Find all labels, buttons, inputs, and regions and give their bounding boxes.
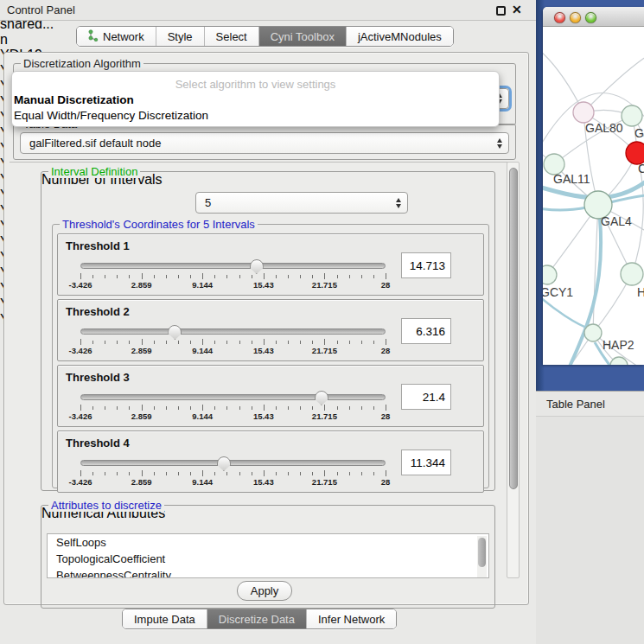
network-node[interactable] xyxy=(622,105,642,126)
node-label: GAL4 xyxy=(601,214,632,228)
tab-style[interactable]: Style xyxy=(156,27,204,46)
threshold-slider[interactable] xyxy=(80,394,386,401)
algorithm-option-manual[interactable]: Manual Discretization xyxy=(14,93,134,106)
table-data-combobox[interactable]: galFiltered.sif default node xyxy=(20,132,509,154)
network-window-titlebar xyxy=(543,7,644,27)
settings-scrollbar-thumb[interactable] xyxy=(509,168,518,489)
tick-label: 9.144 xyxy=(192,346,213,355)
attribute-item[interactable]: SelfLoops xyxy=(48,534,488,551)
tab-label: Discretize Data xyxy=(219,613,295,626)
thresholds-group: Threshold's Coordinates for 5 Intervals … xyxy=(52,224,489,488)
window-zoom-button[interactable] xyxy=(585,12,596,23)
slider-ticks xyxy=(80,470,386,476)
tick-label: 15.43 xyxy=(253,411,274,421)
tab-select[interactable]: Select xyxy=(205,27,258,46)
slider-tick-labels: -3.4262.8599.14415.4321.71528 xyxy=(80,477,386,488)
network-node[interactable] xyxy=(573,102,594,123)
network-graph: GAL80GCGAL11GAL4GCY1HHAP2 xyxy=(543,27,644,365)
tick-label: -3.426 xyxy=(69,280,92,290)
node-label: HAP2 xyxy=(603,338,634,352)
network-node[interactable] xyxy=(621,263,643,285)
tab-infer-network[interactable]: Infer Network xyxy=(307,609,396,628)
slider-thumb-icon[interactable] xyxy=(168,325,182,340)
tick-label: 21.715 xyxy=(312,477,337,487)
table-panel-title: Table Panel xyxy=(546,398,605,411)
slider-track[interactable] xyxy=(80,394,386,400)
slider-ticks xyxy=(80,339,386,345)
thresholds-list: Threshold 1 -3.4262.8599.14415.4321.7152… xyxy=(57,233,484,496)
network-canvas[interactable]: GAL80GCGAL11GAL4GCY1HHAP2 xyxy=(543,27,644,365)
tick-label: 28 xyxy=(381,411,391,421)
list-scrollbar-thumb[interactable] xyxy=(478,538,486,567)
attribute-item[interactable]: BetweennessCentrality xyxy=(48,567,488,578)
slider-track[interactable] xyxy=(80,263,386,269)
settings-scrollbar[interactable] xyxy=(507,162,520,578)
slider-tick-labels: -3.4262.8599.14415.4321.71528 xyxy=(80,346,386,356)
tick-label: 21.715 xyxy=(312,411,337,421)
list-scrollbar[interactable] xyxy=(477,536,487,577)
tab-label: Select xyxy=(216,30,247,43)
attribute-item[interactable]: TopologicalCoefficient xyxy=(48,551,488,567)
tick-label: 9.144 xyxy=(192,280,213,290)
threshold-slider[interactable] xyxy=(80,263,386,270)
tab-discretize-data[interactable]: Discretize Data xyxy=(207,609,306,628)
threshold-value-field[interactable]: 11.344 xyxy=(401,450,451,475)
threshold-value-field[interactable]: 14.713 xyxy=(401,252,451,278)
algorithm-option-equal-width[interactable]: Equal Width/Frequency Discretization xyxy=(14,109,208,122)
slider-ticks xyxy=(80,273,386,279)
tick-label: -3.426 xyxy=(69,411,92,421)
numerical-attributes-list[interactable]: SelfLoopsTopologicalCoefficientBetweenne… xyxy=(47,533,489,578)
bottom-tab-bar: Impute DataDiscretize DataInfer Network xyxy=(122,609,397,629)
tick-label: 21.715 xyxy=(312,346,337,355)
tab-label: Style xyxy=(168,30,193,43)
node-label: GAL80 xyxy=(585,121,623,135)
float-window-icon[interactable] xyxy=(496,6,506,16)
tab-label: Network xyxy=(103,30,144,43)
slider-thumb-icon[interactable] xyxy=(217,456,231,471)
tab-network[interactable]: Network xyxy=(77,27,156,46)
threshold-panel: Threshold 1 -3.4262.8599.14415.4321.7152… xyxy=(57,233,484,296)
close-icon[interactable]: ✕ xyxy=(512,3,522,16)
slider-thumb-icon[interactable] xyxy=(315,391,328,405)
window-minimize-button[interactable] xyxy=(570,12,581,23)
node-label: GAL11 xyxy=(553,172,590,186)
num-intervals-combobox[interactable]: 5 xyxy=(195,192,408,214)
window-close-button[interactable] xyxy=(554,12,565,23)
tab-label: Infer Network xyxy=(318,613,385,626)
tick-label: 28 xyxy=(381,346,391,355)
threshold-value-field[interactable]: 6.316 xyxy=(401,318,451,344)
threshold-label: Threshold 1 xyxy=(66,239,130,252)
tick-label: 15.43 xyxy=(253,346,274,355)
network-edge[interactable] xyxy=(593,205,598,333)
network-edge[interactable] xyxy=(583,51,644,112)
tab-cyni-toolbox[interactable]: Cyni Toolbox xyxy=(259,27,346,46)
network-edge[interactable] xyxy=(543,46,583,112)
network-node[interactable] xyxy=(584,324,602,341)
slider-track[interactable] xyxy=(80,328,386,335)
threshold-label: Threshold 2 xyxy=(66,305,130,318)
chevron-updown-icon xyxy=(396,198,401,208)
tick-label: 21.715 xyxy=(312,280,337,290)
tab-impute-data[interactable]: Impute Data xyxy=(123,609,207,628)
tick-label: 9.144 xyxy=(192,477,213,487)
node-label: GCY1 xyxy=(543,285,573,299)
threshold-slider[interactable] xyxy=(80,328,386,335)
tick-label: 9.144 xyxy=(192,411,213,421)
group-title-attributes: Attributes to discretize xyxy=(48,499,164,512)
group-title-thresholds: Threshold's Coordinates for 5 Intervals xyxy=(60,218,258,231)
network-icon xyxy=(88,29,99,44)
slider-track[interactable] xyxy=(80,460,386,466)
network-view-window: GAL80GCGAL11GAL4GCY1HHAP2 xyxy=(543,7,644,365)
tick-label: 15.43 xyxy=(253,477,274,487)
control-panel-titlebar: Control Panel ✕ xyxy=(0,0,536,21)
network-node[interactable] xyxy=(543,265,557,284)
tick-label: 28 xyxy=(381,477,391,487)
slider-thumb-icon[interactable] xyxy=(250,259,264,274)
threshold-value-field[interactable]: 21.4 xyxy=(401,384,451,410)
tick-label: -3.426 xyxy=(69,346,92,355)
tab-jactivemnodules[interactable]: jActiveMNodules xyxy=(347,27,453,46)
table-panel-titlebar: Table Panel xyxy=(536,391,644,417)
apply-button[interactable]: Apply xyxy=(237,581,292,601)
num-intervals-value: 5 xyxy=(205,196,211,209)
threshold-slider[interactable] xyxy=(80,460,386,467)
